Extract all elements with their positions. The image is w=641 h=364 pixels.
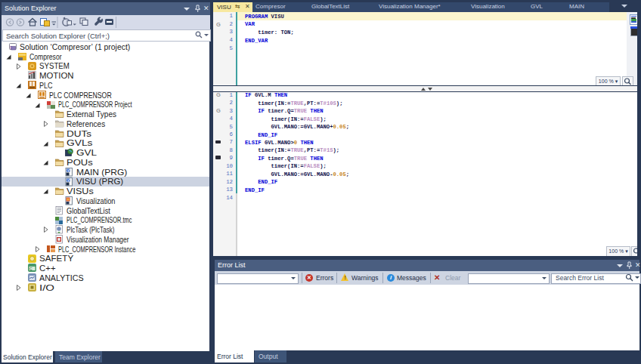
- svg-text:C: C: [29, 267, 33, 271]
